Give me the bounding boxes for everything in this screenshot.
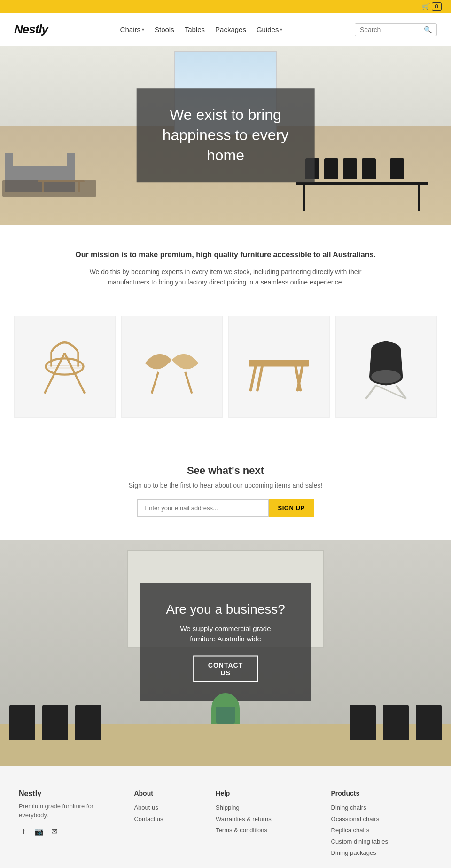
search-input[interactable] bbox=[360, 26, 421, 33]
top-bar: 🛒 0 bbox=[0, 0, 451, 13]
footer-help-col: Help Shipping Warranties & returns Terms… bbox=[216, 789, 317, 860]
svg-rect-9 bbox=[249, 360, 309, 367]
product-card-stool[interactable] bbox=[121, 316, 223, 418]
list-item: About us bbox=[134, 804, 202, 811]
footer-about-col: About About us Contact us bbox=[134, 789, 202, 860]
svg-line-7 bbox=[152, 372, 158, 394]
footer-help-links: Shipping Warranties & returns Terms & co… bbox=[216, 804, 317, 834]
hero-headline: We exist to bring happiness to every hom… bbox=[163, 105, 289, 166]
list-item: Terms & conditions bbox=[216, 826, 317, 834]
footer-products-col: Products Dining chairs Ocassional chairs… bbox=[331, 789, 432, 860]
svg-line-11 bbox=[366, 386, 376, 399]
footer-about-links: About us Contact us bbox=[134, 804, 202, 822]
business-body: We supply commercial gradefurniture Aust… bbox=[166, 623, 285, 644]
footer-social-links: f 📷 ✉ bbox=[19, 827, 120, 837]
footer-link-terms[interactable]: Terms & conditions bbox=[216, 827, 267, 834]
footer-link-dining-chairs[interactable]: Dining chairs bbox=[331, 804, 366, 811]
newsletter-section: See what's next Sign up to be the first … bbox=[0, 441, 451, 540]
footer-link-dining-packages[interactable]: Dining packages bbox=[331, 849, 376, 856]
site-footer: Nestly Premium grade furniture for every… bbox=[0, 766, 451, 868]
sofa-arm-left bbox=[5, 153, 13, 166]
list-item: Contact us bbox=[134, 815, 202, 822]
site-logo[interactable]: Nestly bbox=[14, 22, 48, 37]
search-box[interactable]: 🔍 bbox=[355, 23, 437, 36]
newsletter-heading: See what's next bbox=[9, 465, 442, 477]
hero-rug bbox=[2, 180, 96, 197]
biz-chair-3 bbox=[75, 705, 101, 740]
footer-products-links: Dining chairs Ocassional chairs Replica … bbox=[331, 804, 432, 856]
footer-help-heading: Help bbox=[216, 789, 317, 797]
biz-chair-1 bbox=[9, 705, 35, 740]
svg-line-8 bbox=[186, 372, 192, 394]
plant-pot bbox=[216, 707, 235, 724]
search-icon[interactable]: 🔍 bbox=[424, 26, 432, 33]
hero-chair-3 bbox=[343, 158, 357, 179]
chevron-down-icon: ▾ bbox=[280, 27, 282, 32]
contact-button[interactable]: CONTACTUS bbox=[193, 655, 258, 682]
mission-heading: Our mission is to make premium, high qua… bbox=[38, 251, 413, 259]
list-item: Replica chairs bbox=[331, 826, 432, 834]
footer-link-contactus[interactable]: Contact us bbox=[134, 815, 163, 822]
cart-count: 0 bbox=[432, 2, 442, 11]
signup-button[interactable]: SIGN UP bbox=[269, 499, 314, 517]
chevron-down-icon: ▾ bbox=[142, 27, 144, 32]
business-section: Are you a business? We supply commercial… bbox=[0, 540, 451, 766]
instagram-icon[interactable]: 📷 bbox=[34, 827, 44, 837]
list-item: Warranties & returns bbox=[216, 815, 317, 822]
site-header: Nestly Chairs ▾ Stools Tables Packages G… bbox=[0, 13, 451, 46]
email-input[interactable] bbox=[137, 499, 269, 517]
shell-chair-illustration bbox=[346, 326, 426, 407]
svg-point-10 bbox=[372, 370, 401, 384]
footer-about-heading: About bbox=[134, 789, 202, 797]
nav-link-stools[interactable]: Stools bbox=[155, 25, 174, 33]
hero-chair-5 bbox=[390, 158, 404, 179]
newsletter-form: SIGN UP bbox=[9, 499, 442, 517]
cart-icon: 🛒 bbox=[422, 3, 430, 10]
hero-table-leg-right bbox=[418, 185, 420, 211]
nav-link-chairs[interactable]: Chairs bbox=[120, 25, 140, 33]
biz-chair-4 bbox=[416, 705, 442, 740]
footer-link-shipping[interactable]: Shipping bbox=[216, 804, 240, 811]
footer-products-heading: Products bbox=[331, 789, 432, 797]
list-item: Shipping bbox=[216, 804, 317, 811]
table-illustration bbox=[239, 326, 319, 407]
hero-table-top bbox=[296, 182, 428, 185]
cart-icon-wrap[interactable]: 🛒 0 bbox=[422, 2, 442, 11]
footer-link-occasional-chairs[interactable]: Ocassional chairs bbox=[331, 815, 380, 822]
footer-link-replica-chairs[interactable]: Replica chairs bbox=[331, 827, 370, 834]
footer-brand-col: Nestly Premium grade furniture for every… bbox=[19, 789, 120, 860]
footer-link-custom-dining[interactable]: Custom dining tables bbox=[331, 838, 388, 845]
hero-chair-2 bbox=[324, 158, 338, 179]
hero-section: We exist to bring happiness to every hom… bbox=[0, 46, 451, 225]
biz-chair-5 bbox=[383, 705, 409, 740]
main-nav: Chairs ▾ Stools Tables Packages Guides ▾ bbox=[120, 25, 283, 33]
nav-link-tables[interactable]: Tables bbox=[185, 25, 205, 33]
product-card-shell-chair[interactable] bbox=[335, 316, 437, 418]
biz-chair-6 bbox=[350, 705, 376, 740]
list-item: Dining chairs bbox=[331, 804, 432, 811]
footer-brand-name: Nestly bbox=[19, 789, 120, 798]
footer-grid: Nestly Premium grade furniture for every… bbox=[19, 789, 432, 860]
hero-table-leg-left bbox=[303, 185, 305, 211]
biz-chair-2 bbox=[42, 705, 68, 740]
footer-link-aboutus[interactable]: About us bbox=[134, 804, 158, 811]
stool-illustration bbox=[132, 326, 212, 407]
list-item: Dining packages bbox=[331, 849, 432, 856]
hero-overlay: We exist to bring happiness to every hom… bbox=[137, 88, 315, 182]
footer-link-warranties[interactable]: Warranties & returns bbox=[216, 815, 272, 822]
business-heading: Are you a business? bbox=[166, 601, 285, 616]
sofa-arm-right bbox=[67, 153, 75, 166]
hero-chair-4 bbox=[362, 158, 376, 179]
nav-item-chairs[interactable]: Chairs ▾ bbox=[120, 25, 144, 33]
chair-illustration bbox=[24, 326, 105, 407]
product-card-chair[interactable] bbox=[14, 316, 116, 418]
mission-body: We do this by becoming experts in every … bbox=[80, 267, 371, 288]
nav-item-guides[interactable]: Guides ▾ bbox=[257, 25, 283, 33]
product-card-table[interactable] bbox=[228, 316, 330, 418]
nav-link-packages[interactable]: Packages bbox=[215, 25, 246, 33]
email-icon[interactable]: ✉ bbox=[49, 827, 59, 837]
facebook-icon[interactable]: f bbox=[19, 827, 29, 837]
list-item: Custom dining tables bbox=[331, 837, 432, 845]
nav-link-guides[interactable]: Guides bbox=[257, 25, 279, 33]
newsletter-subheading: Sign up to be the first to hear about ou… bbox=[9, 481, 442, 489]
